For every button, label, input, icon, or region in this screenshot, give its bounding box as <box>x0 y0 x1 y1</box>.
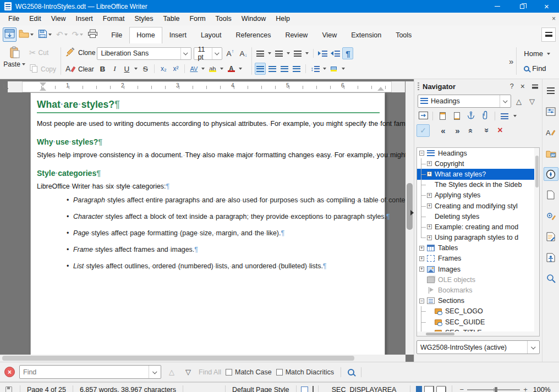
panel-grip-icon[interactable] <box>418 82 419 90</box>
close-button[interactable]: × <box>534 0 559 13</box>
manage-changes-icon[interactable] <box>544 230 558 244</box>
find-and-replace-button[interactable] <box>348 369 354 376</box>
close-findbar-button[interactable]: × <box>4 367 15 377</box>
menu-window[interactable]: Window <box>237 13 271 24</box>
heading-levels-button[interactable] <box>498 110 511 123</box>
spacing-dropdown-caret[interactable] <box>201 68 205 70</box>
line-spacing-caret[interactable] <box>323 68 326 70</box>
set-reminder-button[interactable] <box>479 110 492 123</box>
menu-styles[interactable]: Styles <box>129 13 158 24</box>
ribbon-find-button[interactable]: Find <box>524 64 551 73</box>
navigator-tree[interactable]: −Headings+Copyright+What are styles?The … <box>416 147 540 336</box>
zoom-percentage[interactable]: 100% <box>531 386 553 392</box>
horizontal-ruler[interactable]: 123456 <box>8 81 405 92</box>
document-vertical-scrollbar[interactable] <box>405 81 414 355</box>
menu-view[interactable]: View <box>46 13 71 24</box>
tab-view[interactable]: View <box>315 27 344 43</box>
numbered-list-caret[interactable] <box>287 52 290 54</box>
section-name[interactable]: SEC_DISPLAYAREA <box>323 386 405 392</box>
numbered-list-button[interactable] <box>273 47 284 59</box>
outline-list-caret[interactable] <box>305 52 309 54</box>
open-dropdown-caret[interactable] <box>30 34 34 36</box>
underline-dropdown-caret[interactable] <box>134 68 138 70</box>
menu-table[interactable]: Table <box>158 13 184 24</box>
anchor-text-button[interactable] <box>464 110 478 123</box>
shrink-font-button[interactable]: A↓ <box>238 47 249 59</box>
find-icon[interactable] <box>544 272 558 285</box>
zoom-out-icon[interactable]: − <box>460 385 464 392</box>
styles-icon[interactable]: A <box>544 125 558 139</box>
paragraph-background-button[interactable] <box>328 63 339 75</box>
tab-file[interactable]: File <box>104 27 129 43</box>
underline-button[interactable]: U <box>121 63 132 75</box>
expand-icon[interactable]: + <box>427 193 432 198</box>
menu-form[interactable]: Form <box>184 13 210 24</box>
italic-button[interactable]: I <box>109 63 120 75</box>
navigator-close-icon[interactable]: × <box>520 82 525 91</box>
document-selector[interactable]: WG2508-IntroStyles (active) <box>416 340 540 354</box>
document-horizontal-scrollbar[interactable] <box>0 355 405 362</box>
character-spacing-button[interactable]: AV <box>188 63 199 75</box>
formatting-marks-button[interactable]: ¶ <box>342 47 353 59</box>
promote-level-button[interactable]: « <box>436 124 450 137</box>
clear-formatting-button[interactable]: AClear <box>64 63 97 76</box>
background-dropdown-caret[interactable] <box>342 68 345 70</box>
zoom-track[interactable] <box>467 389 520 390</box>
tree-item-tables[interactable]: +Tables <box>417 243 539 253</box>
horizontal-scrollbar-thumb[interactable] <box>2 356 354 361</box>
tree-item-what-are-styles-[interactable]: +What are styles? <box>417 169 539 179</box>
navigation-toolbox-button[interactable] <box>416 110 430 123</box>
match-diacritics-box[interactable] <box>276 369 283 376</box>
paste-dropdown-caret[interactable] <box>22 63 25 65</box>
save-button[interactable] <box>37 27 54 42</box>
tree-horizontal-scrollbar[interactable] <box>417 332 534 336</box>
tree-item-headings[interactable]: −Headings <box>417 148 539 158</box>
tree-item-using-paragraph-styles-to-d[interactable]: +Using paragraph styles to d <box>417 233 539 243</box>
font-size-combobox[interactable]: 11 pt <box>194 47 222 60</box>
tree-item-sections[interactable]: −Sections <box>417 296 539 306</box>
menu-format[interactable]: Format <box>98 13 130 24</box>
menu-edit[interactable]: Edit <box>24 13 46 24</box>
open-button[interactable] <box>18 27 36 42</box>
vertical-scrollbar-thumb[interactable] <box>407 183 413 230</box>
document-page[interactable]: What·are·styles?¶Most·people·are·used·to… <box>30 92 385 355</box>
font-color-dropdown-caret[interactable] <box>239 68 242 70</box>
selection-mode-icon[interactable] <box>301 387 308 392</box>
save-status-icon[interactable] <box>6 387 12 392</box>
tab-home[interactable]: Home <box>129 27 162 43</box>
match-case-checkbox[interactable]: Match Case <box>226 368 272 376</box>
zoom-slider[interactable]: − + <box>460 385 528 392</box>
tab-references[interactable]: References <box>228 27 278 43</box>
decrease-indent-button[interactable] <box>330 47 341 59</box>
tree-item-images[interactable]: +Images <box>417 264 539 274</box>
promote-chapter-button[interactable]: « <box>465 124 478 137</box>
tab-insert[interactable]: Insert <box>162 27 194 43</box>
tab-tools[interactable]: Tools <box>388 27 419 43</box>
find-input[interactable] <box>20 368 149 376</box>
menu-tools[interactable]: Tools <box>211 13 237 24</box>
clone-formatting-button[interactable]: Clone <box>64 46 97 59</box>
zoom-in-icon[interactable]: + <box>523 385 528 392</box>
align-right-button[interactable] <box>279 63 290 75</box>
navigate-by-dropdown[interactable] <box>500 95 511 107</box>
bullet-list-button[interactable] <box>255 47 266 59</box>
footer-button[interactable] <box>450 110 463 123</box>
font-name-dropdown[interactable] <box>180 48 191 59</box>
tree-vscroll-thumb[interactable] <box>535 156 539 187</box>
bullet-list-caret[interactable] <box>268 52 271 54</box>
tree-item-applying-styles[interactable]: +Applying styles <box>417 190 539 201</box>
next-button[interactable]: ▽ <box>527 97 538 106</box>
toolbar-overflow-button[interactable]: » <box>509 57 513 66</box>
word-count[interactable]: 6,857 words, 38,967 characters <box>78 386 178 392</box>
expand-icon[interactable]: + <box>419 256 424 261</box>
find-previous-button[interactable]: △ <box>166 368 178 376</box>
navigator-help-icon[interactable]: ? <box>510 82 514 90</box>
collapse-icon[interactable]: − <box>419 299 424 303</box>
tree-item-the-styles-deck-in-the-sideb[interactable]: The Styles deck in the Sideb <box>417 180 539 190</box>
maximize-button[interactable] <box>509 0 534 13</box>
find-combobox[interactable] <box>19 365 161 379</box>
expand-icon[interactable]: + <box>419 246 424 251</box>
tree-item-sec-guide[interactable]: SEC_GUIDE <box>417 317 539 327</box>
justify-button[interactable] <box>291 63 302 75</box>
expand-icon[interactable]: + <box>419 267 424 272</box>
